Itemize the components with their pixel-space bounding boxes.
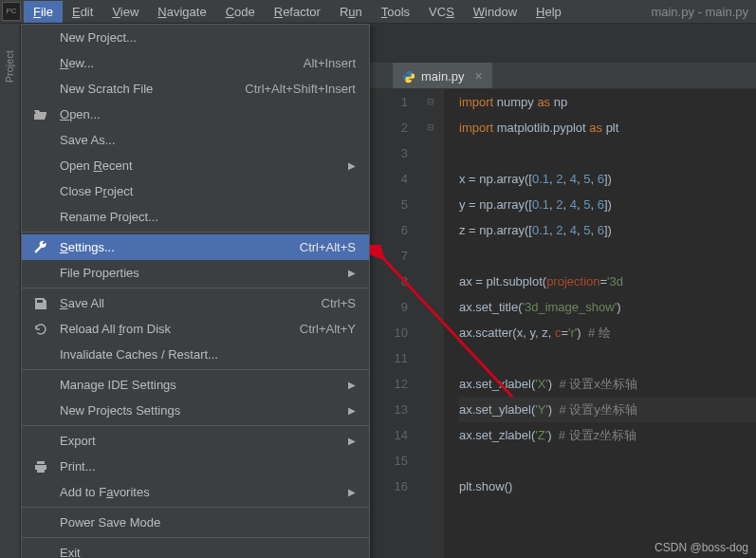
- menubar-item-navigate[interactable]: Navigate: [148, 1, 215, 23]
- code-line[interactable]: x = np.array([0.1, 2, 4, 5, 6]): [459, 166, 756, 192]
- line-number: 5: [370, 192, 408, 217]
- code-line[interactable]: ax.set_zlabel('Z') # 设置z坐标轴: [459, 422, 756, 448]
- menu-separator: [22, 507, 369, 508]
- line-number: 16: [370, 474, 408, 499]
- line-number: 9: [370, 294, 408, 320]
- line-number-gutter: 12345678910111213141516: [370, 89, 425, 558]
- menu-item-settings[interactable]: Settings...Ctrl+Alt+S: [22, 234, 369, 260]
- line-number: 4: [370, 166, 408, 192]
- menubar: FileEditViewNavigateCodeRefactorRunTools…: [0, 0, 756, 24]
- tool-window-strip[interactable]: Project: [0, 24, 21, 558]
- menu-item-shortcut: Ctrl+Alt+S: [300, 240, 356, 254]
- menu-item-shortcut: Ctrl+S: [322, 296, 356, 310]
- menu-separator: [22, 369, 369, 370]
- menu-separator: [22, 537, 369, 538]
- menu-item-file-properties[interactable]: File Properties▶: [22, 260, 369, 286]
- menu-item-label: Exit: [60, 546, 81, 558]
- code-line[interactable]: plt.show(): [459, 474, 756, 499]
- menu-item-rename-project[interactable]: Rename Project...: [22, 204, 369, 230]
- menu-item-label: Open Recent: [60, 158, 133, 173]
- code-line[interactable]: ax.set_title('3d_image_show'): [459, 294, 756, 320]
- menubar-item-file[interactable]: File: [24, 1, 63, 23]
- menu-item-label: New Project...: [60, 30, 137, 45]
- menu-item-new-scratch-file[interactable]: New Scratch FileCtrl+Alt+Shift+Insert: [22, 76, 369, 102]
- menu-item-power-save-mode[interactable]: Power Save Mode: [22, 510, 369, 535]
- code-line[interactable]: ax = plt.subplot(projection='3d: [459, 269, 756, 294]
- line-number: 2: [370, 115, 408, 140]
- menu-item-label: Export: [60, 434, 96, 448]
- line-number: 10: [370, 320, 408, 345]
- chevron-right-icon: ▶: [348, 160, 356, 171]
- menu-item-export[interactable]: Export▶: [22, 428, 369, 454]
- ide-logo-icon: PC: [2, 2, 21, 21]
- code-line[interactable]: z = np.array([0.1, 2, 4, 5, 6]): [459, 217, 756, 243]
- menu-separator: [22, 288, 369, 288]
- chevron-right-icon: ▶: [348, 380, 356, 390]
- code-editor[interactable]: import numpy as npimport matplotlib.pypl…: [444, 89, 756, 558]
- menu-separator: [22, 425, 369, 426]
- menubar-item-code[interactable]: Code: [216, 1, 265, 23]
- code-line[interactable]: ax.set_ylabel('Y') # 设置y坐标轴: [459, 397, 756, 422]
- line-number: 6: [370, 217, 408, 243]
- code-line[interactable]: ax.scatter(x, y, z, c='r') # 绘: [459, 320, 756, 345]
- menu-item-print[interactable]: Print...: [22, 454, 369, 479]
- menu-item-open-recent[interactable]: Open Recent▶: [22, 153, 369, 178]
- menu-separator: [22, 232, 369, 232]
- code-line[interactable]: [459, 140, 756, 166]
- window-title: main.py - main.py: [651, 5, 756, 19]
- menu-item-shortcut: Ctrl+Alt+Shift+Insert: [245, 82, 356, 96]
- menubar-item-window[interactable]: Window: [464, 1, 526, 23]
- menu-item-label: File Properties: [60, 266, 139, 280]
- code-line[interactable]: import matplotlib.pyplot as plt: [459, 115, 756, 140]
- menubar-item-view[interactable]: View: [102, 1, 148, 23]
- menu-item-shortcut: Alt+Insert: [304, 56, 356, 70]
- code-line[interactable]: [459, 243, 756, 269]
- code-line[interactable]: [459, 448, 756, 474]
- code-line[interactable]: ax.set_xlabel('X') # 设置x坐标轴: [459, 371, 756, 397]
- menu-item-label: Save All: [60, 296, 104, 310]
- reload-icon: [33, 322, 48, 337]
- wrench-icon: [33, 240, 48, 255]
- menu-item-exit[interactable]: Exit: [22, 540, 369, 558]
- menu-item-reload-all-from-disk[interactable]: Reload All from DiskCtrl+Alt+Y: [22, 316, 369, 342]
- menu-item-close-project[interactable]: Close Project: [22, 178, 369, 204]
- fold-minus-icon[interactable]: ⊟: [425, 97, 436, 106]
- menu-item-label: Print...: [60, 459, 96, 474]
- code-line[interactable]: import numpy as np: [459, 89, 756, 115]
- code-line[interactable]: [459, 345, 756, 371]
- menu-item-open[interactable]: Open...: [22, 102, 369, 127]
- line-number: 13: [370, 397, 408, 422]
- menubar-item-run[interactable]: Run: [330, 1, 372, 23]
- line-number: 11: [370, 345, 408, 371]
- fold-minus-icon[interactable]: ⊟: [425, 122, 436, 132]
- line-number: 7: [370, 243, 408, 269]
- menu-item-manage-ide-settings[interactable]: Manage IDE Settings▶: [22, 372, 369, 398]
- menu-item-new-project[interactable]: New Project...: [22, 25, 369, 50]
- chevron-right-icon: ▶: [348, 405, 356, 416]
- python-file-icon: [402, 70, 415, 84]
- line-number: 12: [370, 371, 408, 397]
- menu-item-save-as[interactable]: Save As...: [22, 127, 369, 153]
- menubar-item-help[interactable]: Help: [526, 1, 571, 23]
- project-tool-label[interactable]: Project: [4, 50, 15, 83]
- fold-strip: [425, 89, 444, 558]
- menu-item-new[interactable]: New...Alt+Insert: [22, 50, 369, 76]
- file-menu-dropdown: New Project...New...Alt+InsertNew Scratc…: [21, 24, 370, 558]
- menu-item-label: Manage IDE Settings: [60, 378, 176, 392]
- menu-item-add-to-favorites[interactable]: Add to Favorites▶: [22, 479, 369, 505]
- code-line[interactable]: y = np.array([0.1, 2, 4, 5, 6]): [459, 192, 756, 217]
- menubar-item-vcs[interactable]: VCS: [419, 1, 464, 23]
- menu-item-save-all[interactable]: Save AllCtrl+S: [22, 290, 369, 316]
- menubar-item-tools[interactable]: Tools: [372, 1, 419, 23]
- menu-item-invalidate-caches-restart[interactable]: Invalidate Caches / Restart...: [22, 342, 369, 367]
- editor-tab[interactable]: main.py✕: [393, 63, 492, 88]
- menubar-item-edit[interactable]: Edit: [63, 1, 102, 23]
- menu-item-label: Open...: [60, 107, 101, 121]
- menu-item-label: Close Project: [60, 184, 133, 198]
- line-number: 8: [370, 269, 408, 294]
- menu-item-label: Power Save Mode: [60, 515, 160, 530]
- menu-item-label: Save As...: [60, 133, 116, 147]
- close-icon[interactable]: ✕: [474, 70, 483, 83]
- menu-item-new-projects-settings[interactable]: New Projects Settings▶: [22, 398, 369, 423]
- menubar-item-refactor[interactable]: Refactor: [265, 1, 330, 23]
